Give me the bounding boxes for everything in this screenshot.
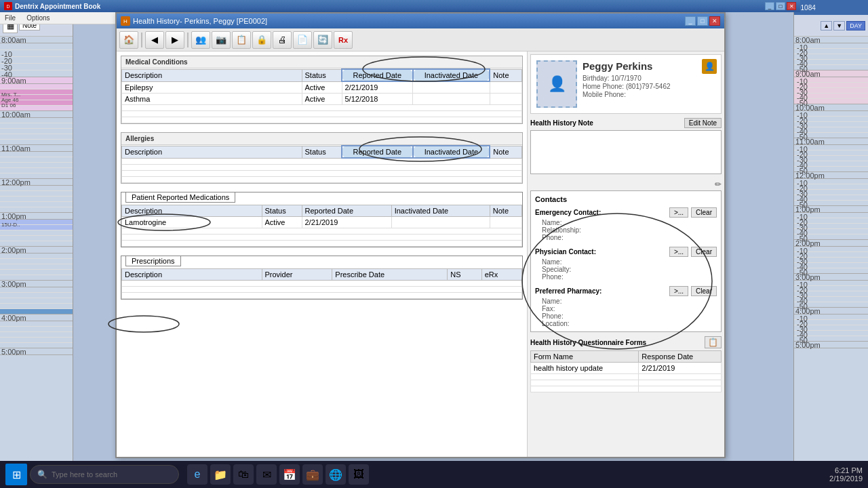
- emergency-relationship: Relationship:: [542, 226, 717, 234]
- separator2: [187, 33, 189, 47]
- emergency-nav-btn[interactable]: >...: [669, 207, 688, 218]
- taskbar-icon-explorer[interactable]: 📁: [210, 464, 231, 485]
- emergency-phone: Phone:: [542, 234, 717, 241]
- taskbar-icon-calendar[interactable]: 📅: [279, 464, 300, 485]
- up-arrow-btn[interactable]: ▲: [821, 21, 832, 30]
- physician-specialty: Specialty:: [542, 266, 717, 273]
- allergy-col-status: Status: [302, 146, 342, 158]
- allergies-section: Allergies Description Status Reported Da…: [121, 132, 523, 184]
- medications-label: Patient Reported Medications: [132, 193, 229, 201]
- print-btn[interactable]: 🖨: [273, 31, 292, 49]
- table-row-empty: [122, 241, 522, 247]
- taskbar-search-box: 🔍: [30, 465, 179, 484]
- table-row-empty: [122, 228, 522, 235]
- reported-asthma: 5/12/2018: [342, 94, 413, 105]
- close-btn[interactable]: ✕: [709, 16, 720, 26]
- patient-mobile-phone: Mobile Phone:: [583, 91, 715, 98]
- main-maximize-btn[interactable]: □: [776, 2, 785, 10]
- table-row[interactable]: Lamotrogine Active 2/21/2019: [122, 217, 522, 228]
- prescriptions-table: Description Provider Prescribe Date NS e…: [121, 268, 522, 299]
- pharmacy-clear-btn[interactable]: Clear: [691, 286, 717, 296]
- maximize-btn[interactable]: □: [697, 16, 708, 26]
- table-row[interactable]: Asthma Active 5/12/2018: [122, 94, 522, 105]
- qforms-table: Form Name Response Date health history u…: [530, 350, 722, 392]
- edit-note-btn[interactable]: Edit Note: [684, 118, 722, 128]
- pharmacy-nav-btn[interactable]: >...: [669, 286, 688, 296]
- med-col-inactive: Inactivated Date: [391, 205, 490, 217]
- prescriptions-label: Prescriptions: [132, 257, 175, 265]
- emergency-contact-group: Emergency Contact: >... Clear Name: Rela…: [535, 207, 717, 241]
- dentrix-icon: D: [4, 2, 12, 10]
- right-sch-toolbar: ▲ ▼ DAY: [794, 15, 868, 37]
- physician-contact-group: Physician Contact: >... Clear Name: Spec…: [535, 247, 717, 281]
- back-btn[interactable]: ◀: [145, 31, 164, 49]
- taskbar-icons-group: e 📁 🛍 ✉ 📅 💼 🌐 🖼: [187, 464, 369, 485]
- col-description: Description: [122, 69, 302, 81]
- physician-clear-btn[interactable]: Clear: [691, 247, 717, 257]
- refresh-btn[interactable]: 🔄: [313, 31, 332, 49]
- patients-btn[interactable]: 👥: [191, 31, 210, 49]
- doc-btn[interactable]: 📄: [293, 31, 312, 49]
- minimize-btn[interactable]: _: [685, 16, 696, 26]
- table-row-empty: [122, 287, 522, 293]
- emergency-contact-label: Emergency Contact:: [535, 209, 667, 216]
- rx-btn[interactable]: Rx: [334, 31, 353, 49]
- taskbar-clock: 6:21 PM 2/19/2019: [829, 466, 863, 483]
- patient-info: Peggy Perkins Birthday: 10/7/1970 Home P…: [583, 60, 715, 108]
- col-reported-date: Reported Date: [342, 69, 413, 81]
- down-arrow-btn[interactable]: ▼: [833, 21, 845, 30]
- health-window-icon: H: [121, 16, 130, 26]
- photo-btn[interactable]: 📷: [212, 31, 231, 49]
- pencil-edit-icon[interactable]: ✏: [530, 180, 722, 189]
- col-status: Status: [302, 69, 342, 81]
- qforms-row-empty: [531, 380, 722, 386]
- taskbar: ⊞ 🔍 e 📁 🛍 ✉ 📅 💼 🌐 🖼 6:21 PM 2/19/2019: [0, 461, 868, 488]
- physician-nav-btn[interactable]: >...: [669, 247, 688, 257]
- qforms-icon-btn[interactable]: 📋: [705, 336, 722, 348]
- start-btn[interactable]: ⊞: [5, 464, 27, 485]
- rx-col-date: Prescribe Date: [332, 269, 448, 281]
- day-view-btn[interactable]: DAY: [846, 21, 865, 30]
- qforms-row[interactable]: health history update 2/21/2019: [531, 363, 722, 374]
- main-minimize-btn[interactable]: _: [765, 2, 774, 10]
- table-row-empty: [122, 105, 522, 111]
- physician-contact-label: Physician Contact:: [535, 248, 667, 256]
- lock-btn[interactable]: 🔒: [252, 31, 271, 49]
- right-sch-times: 8:00am -10 -20 -30 -40 -50 9:00am -10 -2…: [794, 37, 868, 348]
- taskbar-date: 2/19/2019: [829, 474, 863, 483]
- taskbar-icon-app1[interactable]: 💼: [302, 464, 323, 485]
- pharmacy-group: Preferred Pharmacy: >... Clear Name: Fax…: [535, 286, 717, 327]
- right-sch-header: 01084: [794, 0, 868, 15]
- qforms-col-name: Form Name: [531, 351, 639, 363]
- main-close-btn[interactable]: ✕: [787, 2, 796, 10]
- col-inactivated-date: Inactivated Date: [413, 69, 490, 81]
- taskbar-icon-chrome[interactable]: 🌐: [326, 464, 346, 485]
- patient-icon: 👤: [702, 59, 717, 74]
- forward-btn[interactable]: ▶: [165, 31, 184, 49]
- taskbar-icon-photos[interactable]: 🖼: [349, 464, 369, 485]
- med-col-note: Note: [490, 205, 521, 217]
- table-row[interactable]: Epilepsy Active 2/21/2019: [122, 81, 522, 94]
- emergency-clear-btn[interactable]: Clear: [691, 207, 717, 218]
- col-note: Note: [490, 69, 521, 81]
- pharmacy-phone: Phone:: [542, 312, 717, 320]
- table-row-empty: [122, 111, 522, 117]
- table-row-empty: [122, 171, 522, 177]
- file-menu[interactable]: File: [3, 14, 18, 22]
- medical-conditions-label: Medical Conditions: [121, 56, 522, 68]
- taskbar-icon-mail[interactable]: ✉: [256, 464, 277, 485]
- patient-home-phone: Home Phone: (801)797-5462: [583, 83, 715, 90]
- inactive-asthma: [413, 94, 490, 105]
- taskbar-icon-store[interactable]: 🛍: [233, 464, 254, 485]
- status-asthma: Active: [302, 94, 342, 105]
- table-row-empty: [122, 293, 522, 299]
- note-epilepsy: [490, 81, 521, 94]
- health-note-textarea[interactable]: [530, 130, 722, 174]
- taskbar-icon-edge[interactable]: e: [187, 464, 208, 485]
- contacts-label: Contacts: [535, 195, 717, 203]
- home-btn[interactable]: 🏠: [119, 31, 138, 49]
- search-input[interactable]: [52, 470, 160, 479]
- options-menu[interactable]: Options: [24, 14, 52, 22]
- chart-btn[interactable]: 📋: [232, 31, 251, 49]
- pharmacy-fax: Fax:: [542, 305, 717, 312]
